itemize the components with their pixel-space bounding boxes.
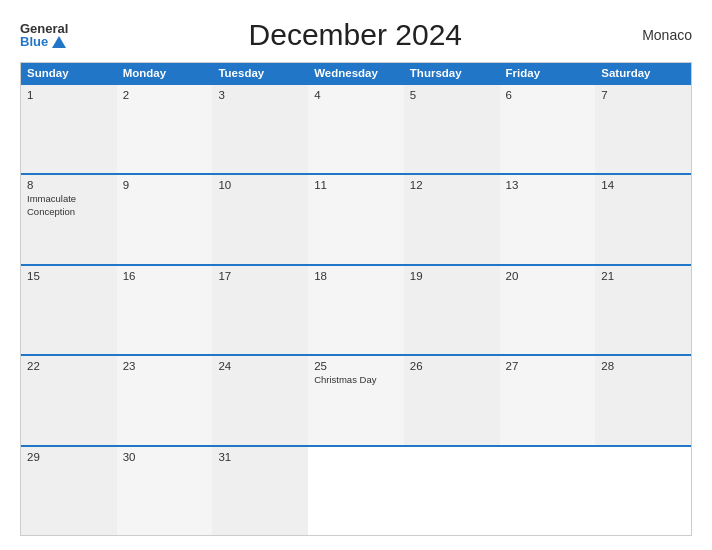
weekday-header-saturday: Saturday: [595, 63, 691, 83]
day-number: 13: [506, 179, 590, 191]
day-number: 30: [123, 451, 207, 463]
day-number: 17: [218, 270, 302, 282]
day-number: 19: [410, 270, 494, 282]
day-number: 7: [601, 89, 685, 101]
day-number: 24: [218, 360, 302, 372]
calendar-cell: 19: [404, 266, 500, 354]
calendar-cell: 5: [404, 85, 500, 173]
calendar-week-3: 15161718192021: [21, 264, 691, 354]
day-number: 27: [506, 360, 590, 372]
weekday-header-friday: Friday: [500, 63, 596, 83]
calendar-cell: 17: [212, 266, 308, 354]
calendar-cell: 7: [595, 85, 691, 173]
day-number: 15: [27, 270, 111, 282]
calendar-week-1: 1234567: [21, 83, 691, 173]
calendar-cell: 8Immaculate Conception: [21, 175, 117, 263]
calendar-cell: 1: [21, 85, 117, 173]
event-label: Christmas Day: [314, 374, 398, 386]
calendar-title: December 2024: [249, 18, 462, 52]
calendar-cell: 16: [117, 266, 213, 354]
country-label: Monaco: [642, 27, 692, 43]
logo-blue-text: Blue: [20, 35, 66, 48]
day-number: 12: [410, 179, 494, 191]
calendar-cell: [500, 447, 596, 535]
weekday-header-sunday: Sunday: [21, 63, 117, 83]
day-number: 14: [601, 179, 685, 191]
day-number: 3: [218, 89, 302, 101]
day-number: 11: [314, 179, 398, 191]
calendar-cell: 24: [212, 356, 308, 444]
day-number: 10: [218, 179, 302, 191]
day-number: 6: [506, 89, 590, 101]
calendar-week-5: 293031: [21, 445, 691, 535]
calendar-cell: 23: [117, 356, 213, 444]
weekday-header-thursday: Thursday: [404, 63, 500, 83]
day-number: 5: [410, 89, 494, 101]
calendar-cell: 18: [308, 266, 404, 354]
calendar-header: SundayMondayTuesdayWednesdayThursdayFrid…: [21, 63, 691, 83]
calendar-cell: 11: [308, 175, 404, 263]
day-number: 4: [314, 89, 398, 101]
day-number: 25: [314, 360, 398, 372]
calendar-week-2: 8Immaculate Conception91011121314: [21, 173, 691, 263]
calendar-cell: 2: [117, 85, 213, 173]
day-number: 22: [27, 360, 111, 372]
calendar-cell: 31: [212, 447, 308, 535]
calendar-cell: 22: [21, 356, 117, 444]
day-number: 26: [410, 360, 494, 372]
calendar: SundayMondayTuesdayWednesdayThursdayFrid…: [20, 62, 692, 536]
logo-triangle-icon: [52, 36, 66, 48]
calendar-cell: [404, 447, 500, 535]
calendar-cell: 20: [500, 266, 596, 354]
calendar-cell: 9: [117, 175, 213, 263]
calendar-cell: [308, 447, 404, 535]
page: General Blue December 2024 Monaco Sunday…: [0, 0, 712, 550]
day-number: 29: [27, 451, 111, 463]
day-number: 31: [218, 451, 302, 463]
calendar-cell: 13: [500, 175, 596, 263]
day-number: 21: [601, 270, 685, 282]
calendar-cell: [595, 447, 691, 535]
day-number: 20: [506, 270, 590, 282]
calendar-cell: 15: [21, 266, 117, 354]
logo: General Blue: [20, 22, 68, 48]
calendar-cell: 26: [404, 356, 500, 444]
calendar-cell: 29: [21, 447, 117, 535]
calendar-cell: 21: [595, 266, 691, 354]
calendar-cell: 25Christmas Day: [308, 356, 404, 444]
weekday-header-wednesday: Wednesday: [308, 63, 404, 83]
calendar-body: 12345678Immaculate Conception91011121314…: [21, 83, 691, 535]
day-number: 8: [27, 179, 111, 191]
calendar-cell: 3: [212, 85, 308, 173]
weekday-header-tuesday: Tuesday: [212, 63, 308, 83]
calendar-cell: 4: [308, 85, 404, 173]
day-number: 2: [123, 89, 207, 101]
weekday-header-monday: Monday: [117, 63, 213, 83]
calendar-cell: 27: [500, 356, 596, 444]
event-label: Immaculate Conception: [27, 193, 111, 218]
day-number: 18: [314, 270, 398, 282]
day-number: 28: [601, 360, 685, 372]
day-number: 23: [123, 360, 207, 372]
day-number: 16: [123, 270, 207, 282]
day-number: 9: [123, 179, 207, 191]
header: General Blue December 2024 Monaco: [20, 18, 692, 52]
calendar-cell: 6: [500, 85, 596, 173]
calendar-cell: 14: [595, 175, 691, 263]
calendar-cell: 28: [595, 356, 691, 444]
day-number: 1: [27, 89, 111, 101]
calendar-week-4: 22232425Christmas Day262728: [21, 354, 691, 444]
calendar-cell: 10: [212, 175, 308, 263]
calendar-cell: 30: [117, 447, 213, 535]
calendar-cell: 12: [404, 175, 500, 263]
